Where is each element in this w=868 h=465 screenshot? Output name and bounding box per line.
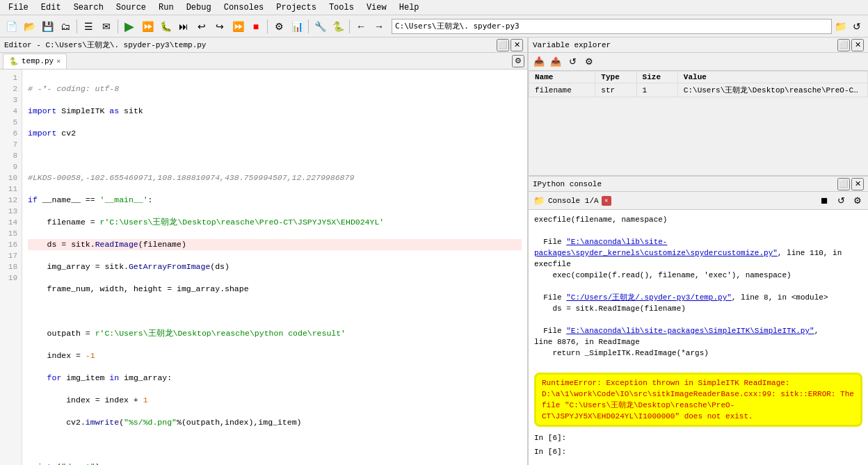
editor-tab[interactable]: 🐍 temp.py ✕ bbox=[3, 54, 67, 69]
console-line-2 bbox=[534, 225, 862, 236]
debug-button[interactable]: 🐛 bbox=[157, 18, 174, 35]
line-num-3: 3 bbox=[4, 95, 17, 106]
tab-close-button[interactable]: ✕ bbox=[56, 57, 61, 65]
console-line-12 bbox=[534, 359, 862, 370]
col-value: Value bbox=[677, 72, 867, 83]
traceback-link-2[interactable]: "C:/Users/王朝龙/.spyder-py3/temp.py" bbox=[566, 293, 732, 302]
line-numbers: 1 2 3 4 5 6 7 8 9 10 11 12 13 14 15 16 1… bbox=[0, 70, 22, 465]
mail-button[interactable]: ✉ bbox=[98, 18, 115, 35]
run-button[interactable]: ▶ bbox=[121, 18, 138, 35]
var-import-button[interactable]: 📥 bbox=[531, 55, 547, 69]
menu-tools[interactable]: Tools bbox=[323, 1, 360, 14]
code-line-6: if __name__ == '__main__': bbox=[28, 195, 522, 206]
coverage-button[interactable]: 📊 bbox=[289, 18, 305, 35]
var-header-left: Variable explorer bbox=[533, 41, 611, 49]
step-button[interactable]: ⏭ bbox=[175, 18, 192, 35]
menu-edit[interactable]: Edit bbox=[35, 1, 67, 14]
menu-file[interactable]: File bbox=[3, 1, 34, 14]
path-sync-button[interactable]: ↺ bbox=[849, 18, 865, 35]
forward-button[interactable]: → bbox=[371, 18, 387, 35]
save-all-button[interactable]: 🗂 bbox=[57, 18, 74, 35]
open-file-button[interactable]: 📂 bbox=[21, 18, 38, 35]
code-line-1: # -*- coding: utf-8 bbox=[28, 83, 522, 95]
code-line-2: import SimpleITK as sitk bbox=[28, 106, 522, 117]
variable-explorer: Variable explorer ⬜ ✕ 📥 📤 ↺ ⚙ Name bbox=[529, 38, 868, 177]
traceback-link-1[interactable]: "E:\anaconda\lib\site-packages\spyder_ke… bbox=[534, 238, 778, 257]
console-prompt-1: In [6]: bbox=[534, 432, 862, 443]
line-num-13: 13 bbox=[4, 206, 17, 217]
console-line-5 bbox=[534, 281, 862, 292]
table-row[interactable]: filename str 1 C:\Users\王朝龙\Desktop\reas… bbox=[529, 83, 868, 97]
menu-search[interactable]: Search bbox=[68, 1, 109, 14]
menu-run[interactable]: Run bbox=[153, 1, 179, 14]
continue-button[interactable]: ⏩ bbox=[230, 18, 246, 35]
separator-2 bbox=[118, 19, 118, 33]
separator-1 bbox=[77, 19, 77, 33]
step-into-button[interactable]: ↩ bbox=[193, 18, 210, 35]
editor-undock-button[interactable]: ⬜ bbox=[497, 39, 509, 51]
console-restart-button[interactable]: ↺ bbox=[833, 194, 849, 208]
var-size-cell: 1 bbox=[636, 83, 677, 97]
var-table-container: Name Type Size Value filename str 1 C:\U… bbox=[529, 71, 868, 175]
editor-close-button[interactable]: ✕ bbox=[511, 39, 523, 51]
var-explorer-header: Variable explorer ⬜ ✕ bbox=[529, 38, 868, 53]
code-editor[interactable]: # -*- coding: utf-8 import SimpleITK as … bbox=[22, 70, 527, 465]
var-settings-button[interactable]: ⚙ bbox=[581, 55, 597, 69]
var-refresh-button[interactable]: ↺ bbox=[565, 55, 580, 69]
console-tab-close-button[interactable]: ✕ bbox=[602, 196, 611, 206]
save-button[interactable]: 💾 bbox=[39, 18, 56, 35]
new-file-button[interactable]: 📄 bbox=[3, 18, 19, 35]
console-tab: Console 1/A ✕ bbox=[548, 196, 611, 206]
line-num-1: 1 bbox=[4, 72, 17, 83]
col-size: Size bbox=[636, 72, 677, 83]
menu-debug[interactable]: Debug bbox=[181, 1, 217, 14]
console-undock-button[interactable]: ⬜ bbox=[837, 178, 850, 190]
menu-projects[interactable]: Projects bbox=[271, 1, 322, 14]
separator-3 bbox=[267, 19, 268, 33]
var-undock-button[interactable]: ⬜ bbox=[837, 39, 850, 51]
run-file-button[interactable]: ⏩ bbox=[139, 18, 156, 35]
editor-tab-settings[interactable]: ⚙ bbox=[512, 55, 524, 67]
step-out-button[interactable]: ↪ bbox=[211, 18, 228, 35]
code-line-5: #LKDS-00058,-102.655469971,108.188810974… bbox=[28, 172, 522, 183]
col-type: Type bbox=[595, 72, 636, 83]
back-button[interactable]: ← bbox=[353, 18, 369, 35]
menu-help[interactable]: Help bbox=[394, 1, 425, 14]
path-browse-button[interactable]: 📁 bbox=[832, 18, 849, 35]
menu-view[interactable]: View bbox=[361, 1, 392, 14]
list-button[interactable]: ☰ bbox=[80, 18, 97, 35]
menubar: File Edit Search Source Run Debug Consol… bbox=[0, 0, 868, 15]
var-header-right: ⬜ ✕ bbox=[837, 39, 864, 51]
code-line-18: print ("done!") bbox=[28, 462, 522, 465]
var-close-button[interactable]: ✕ bbox=[851, 39, 864, 51]
line-num-19: 19 bbox=[4, 272, 17, 284]
line-num-9: 9 bbox=[4, 161, 17, 172]
console-close-button[interactable]: ✕ bbox=[851, 178, 864, 190]
python-button[interactable]: 🐍 bbox=[330, 18, 346, 35]
path-input[interactable] bbox=[392, 19, 832, 34]
tools-button[interactable]: 🔧 bbox=[312, 18, 328, 35]
line-num-17: 17 bbox=[4, 250, 17, 261]
line-num-14: 14 bbox=[4, 217, 17, 228]
line-num-4: 4 bbox=[4, 106, 17, 117]
stop-button[interactable]: ■ bbox=[248, 18, 264, 35]
profile-button[interactable]: ⚙ bbox=[271, 18, 287, 35]
menu-consoles[interactable]: Consoles bbox=[218, 1, 270, 14]
console-folder-button[interactable]: 📁 bbox=[531, 194, 547, 208]
runtime-error-box: RuntimeError: Exception thrown in Simple… bbox=[534, 373, 862, 427]
console-line-3: File "E:\anaconda\lib\site-packages\spyd… bbox=[534, 236, 862, 270]
var-export-button[interactable]: 📤 bbox=[548, 55, 563, 69]
traceback-link-3[interactable]: "E:\anaconda\lib\site-packages\SimpleITK… bbox=[566, 327, 814, 335]
code-line-3: import cv2 bbox=[28, 128, 522, 139]
line-num-5: 5 bbox=[4, 117, 17, 128]
var-explorer-title: Variable explorer bbox=[533, 41, 611, 49]
toolbar: 📄 📂 💾 🗂 ☰ ✉ ▶ ⏩ 🐛 ⏭ ↩ ↪ ⏩ ■ ⚙ 📊 🔧 🐍 ← → … bbox=[0, 15, 868, 38]
console-interrupt-button[interactable]: ⏹ bbox=[817, 194, 832, 208]
console-line-6: File "C:/Users/王朝龙/.spyder-py3/temp.py",… bbox=[534, 292, 862, 303]
error-text: RuntimeError: Exception thrown in Simple… bbox=[542, 379, 854, 421]
editor-title-label: Editor - C:\Users\王朝龙\. spyder-py3\temp.… bbox=[4, 40, 206, 50]
menu-source[interactable]: Source bbox=[111, 1, 152, 14]
console-options-button[interactable]: ⚙ bbox=[850, 194, 865, 208]
code-line-15: index = index + 1 bbox=[28, 395, 522, 406]
line-num-6: 6 bbox=[4, 128, 17, 139]
